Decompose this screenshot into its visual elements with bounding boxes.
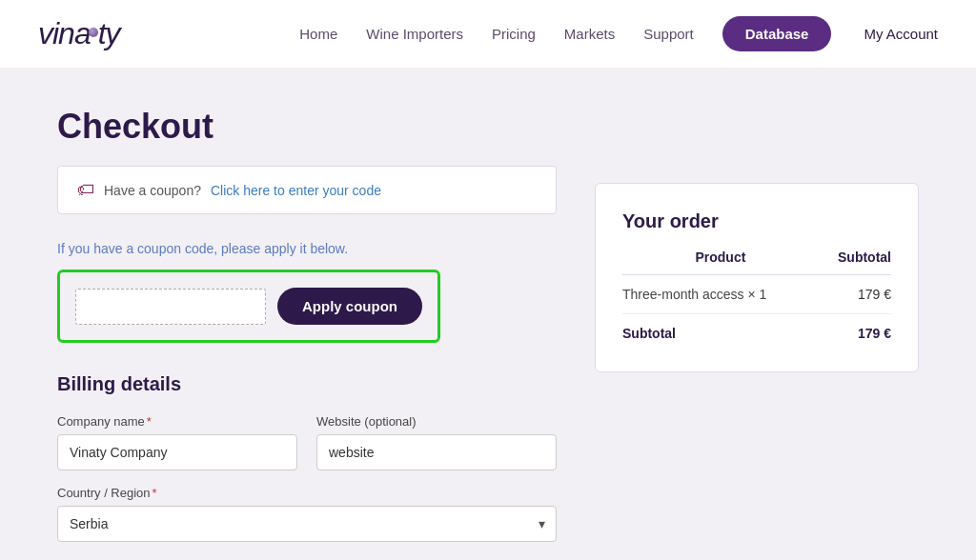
header: vinaty Home Wine Importers Pricing Marke… <box>0 0 976 69</box>
coupon-notice-bar: 🏷 Have a coupon? Click here to enter you… <box>57 166 557 214</box>
company-name-group: Company name* <box>57 414 297 470</box>
my-account-link[interactable]: My Account <box>864 26 938 42</box>
order-row: Three-month access × 1 179 € <box>622 275 891 314</box>
website-group: Website (optional) <box>316 414 557 470</box>
your-order-box: Your order Product Subtotal Three-month … <box>595 183 919 372</box>
col-product-header: Product <box>622 250 819 275</box>
website-label: Website (optional) <box>316 414 557 429</box>
company-name-input[interactable] <box>57 434 297 470</box>
logo[interactable]: vinaty <box>38 16 120 51</box>
billing-title: Billing details <box>57 373 557 395</box>
logo-dot <box>89 28 98 37</box>
nav-home[interactable]: Home <box>299 26 337 42</box>
apply-coupon-button[interactable]: Apply coupon <box>277 288 422 325</box>
country-label: Country / Region* <box>57 486 557 500</box>
country-select[interactable]: Serbia <box>57 506 557 542</box>
coupon-tag-icon: 🏷 <box>77 180 94 200</box>
database-button[interactable]: Database <box>722 16 832 51</box>
left-column: Checkout 🏷 Have a coupon? Click here to … <box>57 107 595 557</box>
nav-wine-importers[interactable]: Wine Importers <box>366 26 463 42</box>
subtotal-label: Subtotal <box>622 314 819 353</box>
required-star-2: * <box>152 486 157 500</box>
coupon-notice-text: Have a coupon? <box>104 183 201 198</box>
col-subtotal-header: Subtotal <box>819 250 891 275</box>
your-order-title: Your order <box>622 210 891 232</box>
coupon-instruction: If you have a coupon code, please apply … <box>57 241 557 256</box>
coupon-form: Apply coupon <box>57 270 440 343</box>
country-group: Country / Region* Serbia ▾ <box>57 486 557 542</box>
website-input[interactable] <box>316 434 557 470</box>
billing-row-1: Company name* Website (optional) <box>57 414 557 470</box>
billing-row-2: Country / Region* Serbia ▾ <box>57 486 557 542</box>
nav-pricing[interactable]: Pricing <box>492 26 536 42</box>
right-column: Your order Product Subtotal Three-month … <box>595 183 919 557</box>
billing-section: Billing details Company name* Website (o… <box>57 373 557 542</box>
coupon-notice-link[interactable]: Click here to enter your code <box>211 183 381 198</box>
company-name-label: Company name* <box>57 414 297 429</box>
main-nav: Home Wine Importers Pricing Markets Supp… <box>299 16 938 51</box>
order-subtotal-row: Subtotal 179 € <box>622 314 891 353</box>
required-star: * <box>147 414 152 429</box>
nav-markets[interactable]: Markets <box>564 26 615 42</box>
subtotal-value: 179 € <box>819 314 891 353</box>
order-subtotal: 179 € <box>819 275 891 314</box>
main-content: Checkout 🏷 Have a coupon? Click here to … <box>0 69 976 560</box>
order-product: Three-month access × 1 <box>622 275 819 314</box>
order-table: Product Subtotal Three-month access × 1 … <box>622 250 891 352</box>
country-select-wrapper: Serbia ▾ <box>57 506 557 542</box>
coupon-input[interactable] <box>75 289 266 325</box>
page-title: Checkout <box>57 107 557 147</box>
nav-support[interactable]: Support <box>643 26 694 42</box>
